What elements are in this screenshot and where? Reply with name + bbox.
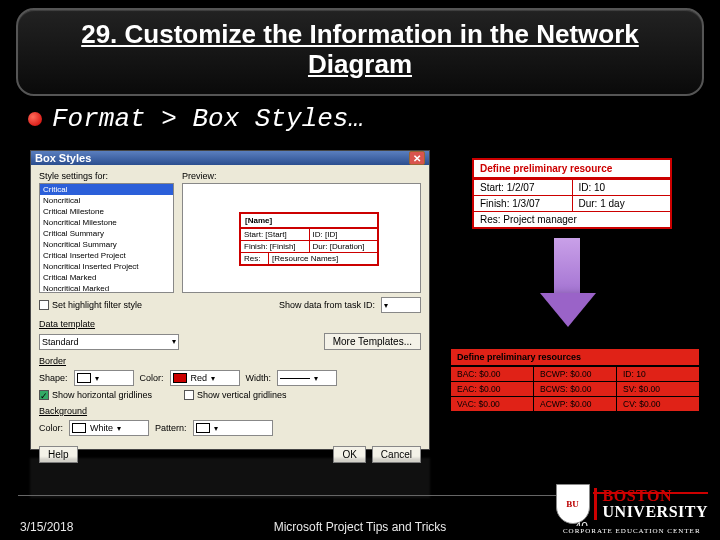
- slide-footer: 3/15/2018 Microsoft Project Tips and Tri…: [0, 514, 720, 540]
- dialog-title: Box Styles: [35, 152, 91, 164]
- settings-label: Style settings for:: [39, 171, 174, 181]
- sample-name: [Name]: [241, 214, 377, 228]
- bu-logo: BU BOSTON UNIVERSITY CORPORATE EDUCATION…: [556, 484, 708, 536]
- list-item[interactable]: Noncritical Summary: [40, 239, 173, 250]
- preview-label: Preview:: [182, 171, 421, 181]
- style-listbox[interactable]: Critical Noncritical Critical Milestone …: [39, 183, 174, 293]
- card1-title: Define preliminary resource: [474, 160, 670, 179]
- bg-color-combo[interactable]: White▾: [69, 420, 149, 436]
- horiz-grid-checkbox[interactable]: ✓Show horizontal gridlines: [39, 390, 152, 400]
- footer-center: Microsoft Project Tips and Tricks: [274, 520, 447, 534]
- shape-combo[interactable]: ▾: [74, 370, 134, 386]
- list-item[interactable]: Critical Milestone: [40, 206, 173, 217]
- border-group: Border: [39, 356, 421, 366]
- bullet-icon: [28, 112, 42, 126]
- arrow-down-icon: [540, 238, 600, 338]
- footer-date: 3/15/2018: [20, 520, 73, 534]
- task-id-combo[interactable]: ▾: [381, 297, 421, 313]
- node-before-card: Define preliminary resource Start: 1/2/0…: [472, 158, 672, 229]
- card2-title: Define preliminary resources: [451, 349, 699, 366]
- more-templates-button[interactable]: More Templates...: [324, 333, 421, 350]
- list-item[interactable]: Critical: [40, 184, 173, 195]
- box-styles-dialog: Box Styles ✕ Style settings for: Critica…: [30, 150, 430, 450]
- list-item[interactable]: Noncritical Inserted Project: [40, 261, 173, 272]
- highlight-checkbox[interactable]: Set highlight filter style: [39, 300, 142, 310]
- bullet-text: Format > Box Styles…: [52, 104, 364, 134]
- list-item[interactable]: Critical Marked: [40, 272, 173, 283]
- sample-node: [Name] Start: [Start] ID: [ID] Finish: […: [239, 212, 379, 266]
- logo-subtitle: CORPORATE EDUCATION CENTER: [559, 526, 705, 536]
- footer-rule: [18, 495, 590, 496]
- shield-icon: BU: [556, 484, 590, 524]
- background-group: Background: [39, 406, 421, 416]
- pattern-combo[interactable]: ▾: [193, 420, 273, 436]
- node-after-card: Define preliminary resources BAC: $0.00B…: [450, 348, 700, 412]
- data-template-group: Data template: [39, 319, 421, 329]
- bullet-row: Format > Box Styles…: [28, 104, 720, 134]
- list-item[interactable]: Noncritical Marked: [40, 283, 173, 293]
- data-template-combo[interactable]: Standard▾: [39, 334, 179, 350]
- vert-grid-checkbox[interactable]: Show vertical gridlines: [184, 390, 287, 400]
- dialog-titlebar: Box Styles ✕: [31, 151, 429, 165]
- slide-title: 29. Customize the Information in the Net…: [38, 20, 682, 80]
- list-item[interactable]: Critical Summary: [40, 228, 173, 239]
- preview-pane: [Name] Start: [Start] ID: [ID] Finish: […: [182, 183, 421, 293]
- list-item[interactable]: Critical Inserted Project: [40, 250, 173, 261]
- list-item[interactable]: Noncritical Milestone: [40, 217, 173, 228]
- slide-title-bar: 29. Customize the Information in the Net…: [16, 8, 704, 96]
- show-data-label: Show data from task ID:: [279, 300, 375, 310]
- border-color-combo[interactable]: Red▾: [170, 370, 240, 386]
- dialog-reflection: [30, 458, 430, 498]
- list-item[interactable]: Noncritical: [40, 195, 173, 206]
- close-icon[interactable]: ✕: [409, 151, 425, 165]
- width-combo[interactable]: ▾: [277, 370, 337, 386]
